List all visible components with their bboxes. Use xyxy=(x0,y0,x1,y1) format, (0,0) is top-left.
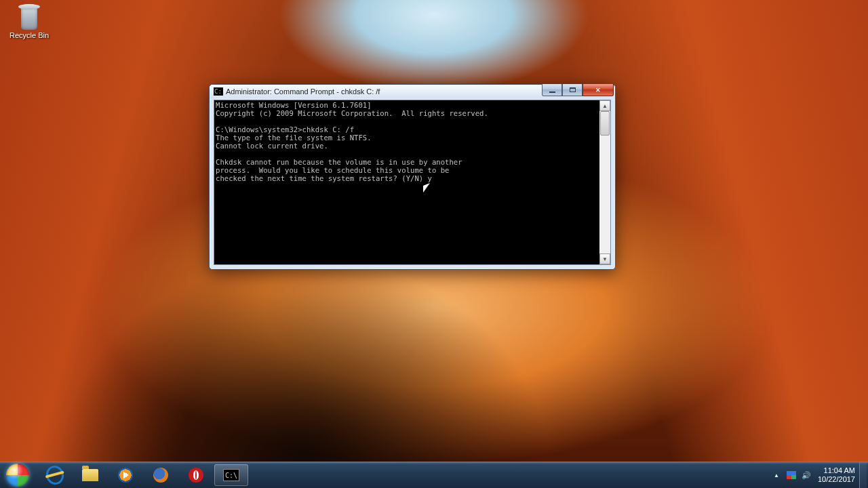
scroll-track[interactable] xyxy=(599,111,610,253)
titlebar[interactable]: C: Administrator: Command Prompt - chkds… xyxy=(210,85,615,98)
taskbar-item-firefox[interactable] xyxy=(144,464,178,486)
taskbar-item-wmp[interactable] xyxy=(108,464,142,486)
terminal-output[interactable]: Microsoft Windows [Version 6.1.7601] Cop… xyxy=(214,100,599,264)
scroll-thumb[interactable] xyxy=(600,111,610,136)
terminal-client-area: Microsoft Windows [Version 6.1.7601] Cop… xyxy=(214,100,611,265)
cmd-icon: C:\ xyxy=(223,469,239,481)
start-button[interactable] xyxy=(0,462,35,488)
flag-icon xyxy=(787,471,796,479)
show-hidden-icons-button[interactable] xyxy=(770,469,783,481)
recycle-bin-icon xyxy=(17,3,41,30)
firefox-icon xyxy=(153,468,168,483)
folder-icon xyxy=(82,469,98,481)
window-title: Administrator: Command Prompt - chkdsk C… xyxy=(226,87,380,96)
taskbar-item-cmd[interactable]: C:\ xyxy=(214,464,248,486)
command-prompt-window[interactable]: C: Administrator: Command Prompt - chkds… xyxy=(209,84,616,270)
close-button[interactable] xyxy=(583,84,614,96)
ie-icon xyxy=(44,464,66,487)
volume-icon[interactable] xyxy=(800,469,812,481)
taskbar: C:\ 11:04 AM 10/22/2017 xyxy=(0,462,868,488)
taskbar-item-explorer[interactable] xyxy=(73,464,107,486)
recycle-bin-label: Recycle Bin xyxy=(5,31,53,39)
action-center-icon[interactable] xyxy=(785,469,797,481)
windows-logo-icon xyxy=(6,464,29,487)
scroll-down-button[interactable]: ▼ xyxy=(599,253,610,264)
taskbar-clock[interactable]: 11:04 AM 10/22/2017 xyxy=(814,466,859,484)
opera-icon xyxy=(189,468,203,483)
system-tray: 11:04 AM 10/22/2017 xyxy=(764,462,868,488)
clock-time: 11:04 AM xyxy=(818,466,855,475)
clock-date: 10/22/2017 xyxy=(818,475,855,484)
maximize-button[interactable] xyxy=(562,84,583,96)
vertical-scrollbar[interactable]: ▲ ▼ xyxy=(599,100,610,264)
media-player-icon xyxy=(118,468,133,483)
taskbar-item-opera[interactable] xyxy=(179,464,213,486)
taskbar-items: C:\ xyxy=(35,462,251,488)
window-controls xyxy=(542,84,614,96)
recycle-bin[interactable]: Recycle Bin xyxy=(5,3,53,39)
scroll-up-button[interactable]: ▲ xyxy=(599,100,610,111)
minimize-button[interactable] xyxy=(542,84,562,96)
taskbar-item-ie[interactable] xyxy=(38,464,72,486)
mouse-cursor-icon xyxy=(423,184,431,197)
cmd-title-icon: C: xyxy=(214,87,223,96)
show-desktop-button[interactable] xyxy=(859,462,867,488)
